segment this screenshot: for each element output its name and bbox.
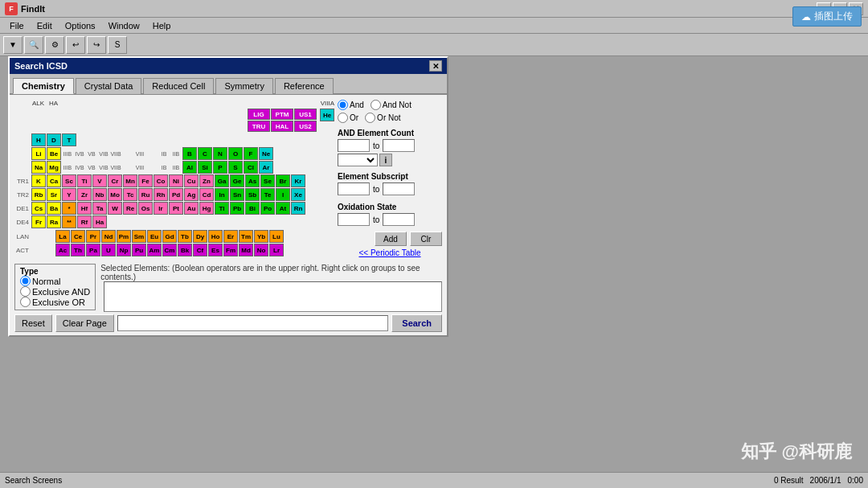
el-La[interactable]: La <box>55 230 70 243</box>
toolbar-btn-2[interactable]: 🔍 <box>24 36 43 54</box>
el-Yb[interactable]: Yb <box>254 230 268 243</box>
el-Cf[interactable]: Cf <box>193 244 207 256</box>
type-exclusive-and[interactable]: Exclusive AND <box>20 286 90 297</box>
el-Bi[interactable]: Bi <box>245 202 260 215</box>
el-Co[interactable]: Co <box>154 174 168 187</box>
el-Tc[interactable]: Tc <box>123 188 137 201</box>
el-Er[interactable]: Er <box>223 230 238 243</box>
el-Xe[interactable]: Xe <box>291 188 305 201</box>
el-T[interactable]: T <box>62 133 76 146</box>
el-Ga[interactable]: Ga <box>215 174 229 187</box>
el-Cd[interactable]: Cd <box>199 188 214 201</box>
el-Be[interactable]: Be <box>47 147 61 160</box>
el-Al[interactable]: Al <box>182 161 197 174</box>
el-Rf[interactable]: Rf <box>77 215 92 228</box>
el-O[interactable]: O <box>228 147 243 160</box>
el-Mn[interactable]: Mn <box>123 174 137 187</box>
el-Kr[interactable]: Kr <box>291 174 305 187</box>
element-count-from[interactable] <box>338 139 370 152</box>
el-Zr[interactable]: Zr <box>77 188 92 201</box>
el-D[interactable]: D <box>47 133 61 146</box>
el-Rb[interactable]: Rb <box>31 188 46 201</box>
type-exclusive-or[interactable]: Exclusive OR <box>20 297 90 307</box>
el-Ce[interactable]: Ce <box>71 230 85 243</box>
el-H[interactable]: H <box>31 133 46 146</box>
el-Cs[interactable]: Cs <box>31 202 46 215</box>
el-Es[interactable]: Es <box>208 244 223 256</box>
menu-edit[interactable]: Edit <box>31 19 59 32</box>
el-Na[interactable]: Na <box>31 161 46 174</box>
el-Rh[interactable]: Rh <box>154 188 168 201</box>
upload-button[interactable]: ☁ 插图上传 <box>792 6 862 27</box>
el-Sc[interactable]: Sc <box>62 174 76 187</box>
toolbar-btn-6[interactable]: S <box>108 36 127 54</box>
el-Tb[interactable]: Tb <box>178 230 192 243</box>
el-Pm[interactable]: Pm <box>117 230 131 243</box>
el-Cr[interactable]: Cr <box>108 174 122 187</box>
el-Dy[interactable]: Dy <box>193 230 207 243</box>
el-Lan[interactable]: * <box>62 202 76 215</box>
el-Lu[interactable]: Lu <box>269 230 284 243</box>
el-In[interactable]: In <box>215 188 229 201</box>
el-Li[interactable]: Li <box>31 147 46 160</box>
oxidation-from[interactable] <box>338 213 370 226</box>
el-F[interactable]: F <box>244 147 258 160</box>
el-Hg[interactable]: Hg <box>199 202 214 215</box>
info-button[interactable]: i <box>379 154 392 166</box>
el-Cl[interactable]: Cl <box>244 161 258 174</box>
el-W[interactable]: W <box>108 202 122 215</box>
add-button[interactable]: Add <box>375 232 407 246</box>
el-Te[interactable]: Te <box>260 188 275 201</box>
el-Cm[interactable]: Cm <box>162 244 177 256</box>
tab-reference[interactable]: Reference <box>275 78 334 94</box>
el-Fm[interactable]: Fm <box>223 244 238 256</box>
el-Nb[interactable]: Nb <box>92 188 107 201</box>
el-Ho[interactable]: Ho <box>208 230 223 243</box>
el-Os[interactable]: Os <box>138 202 153 215</box>
el-Sr[interactable]: Sr <box>47 188 61 201</box>
radio-and-not[interactable]: And Not <box>371 100 411 110</box>
menu-options[interactable]: Options <box>59 19 102 32</box>
el-B[interactable]: B <box>182 147 197 160</box>
toolbar-btn-4[interactable]: ↩ <box>66 36 85 54</box>
el-Au[interactable]: Au <box>184 202 199 215</box>
group-us2-btn[interactable]: US2 <box>294 121 317 132</box>
el-C[interactable]: C <box>198 147 212 160</box>
el-Pr[interactable]: Pr <box>86 230 100 243</box>
el-Mo[interactable]: Mo <box>108 188 122 201</box>
el-Ge[interactable]: Ge <box>230 174 244 187</box>
tab-symmetry[interactable]: Symmetry <box>215 78 273 94</box>
dialog-close-button[interactable]: ✕ <box>429 60 442 72</box>
el-Ba[interactable]: Ba <box>47 202 61 215</box>
element-count-to[interactable] <box>383 139 415 152</box>
menu-file[interactable]: File <box>3 19 31 32</box>
el-Ac[interactable]: Ac <box>55 244 70 256</box>
el-Y[interactable]: Y <box>62 188 76 201</box>
el-Re[interactable]: Re <box>123 202 137 215</box>
el-V[interactable]: V <box>92 174 107 187</box>
el-Md[interactable]: Md <box>239 244 253 256</box>
el-As[interactable]: As <box>245 174 260 187</box>
el-Ni[interactable]: Ni <box>169 174 183 187</box>
el-Ag[interactable]: Ag <box>184 188 199 201</box>
menu-window[interactable]: Window <box>102 19 146 32</box>
el-He[interactable]: He <box>320 109 334 121</box>
el-Ta[interactable]: Ta <box>92 202 107 215</box>
el-S[interactable]: S <box>228 161 243 174</box>
el-K[interactable]: K <box>31 174 46 187</box>
el-Sm[interactable]: Sm <box>132 230 146 243</box>
el-Se[interactable]: Se <box>260 174 275 187</box>
el-Sb[interactable]: Sb <box>245 188 260 201</box>
el-N[interactable]: N <box>213 147 227 160</box>
el-Fr[interactable]: Fr <box>31 215 46 228</box>
type-normal[interactable]: Normal <box>20 276 90 286</box>
el-Bk[interactable]: Bk <box>178 244 192 256</box>
el-Pb[interactable]: Pb <box>230 202 244 215</box>
el-Th[interactable]: Th <box>71 244 85 256</box>
el-Hf[interactable]: Hf <box>77 202 92 215</box>
group-us1-btn[interactable]: US1 <box>294 109 317 120</box>
el-Mg[interactable]: Mg <box>47 161 61 174</box>
el-I[interactable]: I <box>276 188 290 201</box>
toolbar-btn-5[interactable]: ↪ <box>87 36 106 54</box>
el-Pu[interactable]: Pu <box>132 244 146 256</box>
